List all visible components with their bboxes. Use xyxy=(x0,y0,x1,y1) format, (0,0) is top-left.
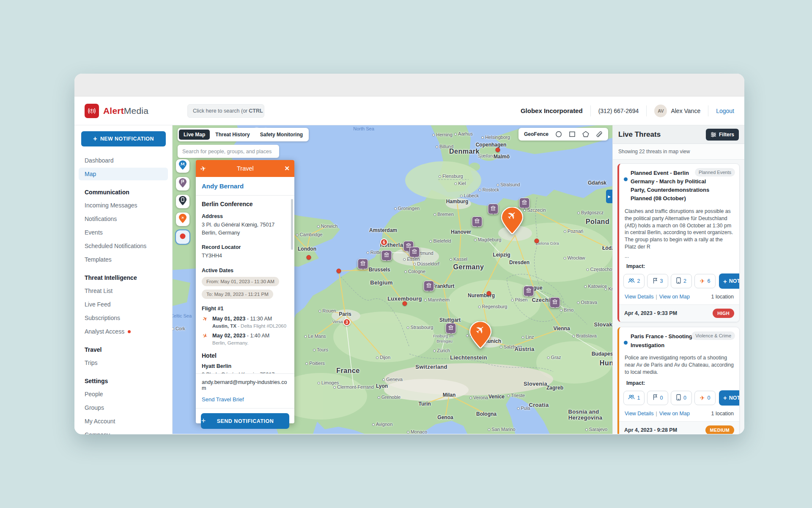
travel-pin-tool[interactable]: ✈ xyxy=(176,213,189,226)
window-chrome-strip xyxy=(74,74,744,97)
sidebar-item-subscriptions[interactable]: Subscriptions xyxy=(79,312,168,324)
send-travel-brief-link[interactable]: Send Travel Brief xyxy=(202,396,288,403)
hotel-address: 3 Pl. du Général Kœnig, 75017 xyxy=(202,371,288,373)
office-location-pin[interactable] xyxy=(409,247,420,257)
impact-chip-phone[interactable]: 2 xyxy=(671,274,692,288)
plane-icon: ✈ xyxy=(700,395,705,401)
office-location-pin[interactable] xyxy=(424,281,434,291)
office-location-pin[interactable] xyxy=(488,204,499,214)
filters-button[interactable]: Filters xyxy=(706,129,739,141)
impact-chip-flag[interactable]: 0 xyxy=(647,391,668,405)
sidebar-item-groups[interactable]: Groups xyxy=(79,401,168,414)
building-icon xyxy=(448,325,454,332)
sidebar-item-company[interactable]: Company xyxy=(79,428,168,434)
polygon-draw-icon[interactable] xyxy=(582,131,589,138)
tab-live-map[interactable]: Live Map xyxy=(179,130,210,140)
tab-threat-history[interactable]: Threat History xyxy=(211,130,254,140)
tab-safety-monitoring[interactable]: Safety Monitoring xyxy=(255,130,307,140)
impact-chip-flag[interactable]: 3 xyxy=(647,274,668,288)
threat-card[interactable]: Paris France - Shooting InvestigationVio… xyxy=(617,327,740,434)
travel-details-scroll[interactable]: Berlin Conference Address 3 Pl. du Génér… xyxy=(196,196,294,373)
threat-marker[interactable] xyxy=(403,301,407,306)
address-line1: 3 Pl. du Général Kœnig, 75017 xyxy=(202,221,288,229)
office-location-pin[interactable] xyxy=(446,323,456,334)
sidebar-item-threat-list[interactable]: Threat List xyxy=(79,284,168,297)
rectangle-draw-icon[interactable] xyxy=(569,131,576,138)
office-location-pin[interactable] xyxy=(472,216,483,227)
traveler-location-pin[interactable]: ✈ xyxy=(501,207,523,234)
phone-pin-tool[interactable] xyxy=(176,195,189,208)
sidebar-item-live-feed[interactable]: Live Feed xyxy=(79,298,168,311)
sidebar-item-analyst-access[interactable]: Analyst Access xyxy=(79,325,168,338)
sidebar-item-my-account[interactable]: My Account xyxy=(79,415,168,428)
threat-card[interactable]: Planned Event - Berlin Germany - March b… xyxy=(617,163,740,322)
panel-collapse-arrow[interactable]: ▶ xyxy=(606,190,612,203)
sidebar-item-map[interactable]: Map xyxy=(79,168,168,180)
notify-button[interactable]: +NOTIFY xyxy=(719,273,740,289)
unread-dot xyxy=(624,341,628,345)
building-icon xyxy=(521,199,528,207)
travel-popup-header: ✈ Travel ✕ xyxy=(196,160,294,177)
notify-button[interactable]: +NOTIFY xyxy=(719,390,740,406)
unread-dot xyxy=(624,177,628,181)
threat-marker[interactable] xyxy=(535,239,539,243)
impact-chip-people[interactable]: 2 xyxy=(623,274,645,288)
measure-icon[interactable] xyxy=(596,131,603,138)
sidebar-item-trips[interactable]: Trips xyxy=(79,356,168,369)
send-notification-button[interactable]: + SEND NOTIFICATION xyxy=(201,413,289,429)
sidebar-item-scheduled-notifications[interactable]: Scheduled Notifications xyxy=(79,240,168,252)
map-canvas[interactable]: North SeaCeltic SeaDundeeNorwichCambridg… xyxy=(173,125,612,434)
map-search-input[interactable]: Search for people, groups, and places xyxy=(178,145,279,158)
office-location-pin[interactable] xyxy=(524,286,534,296)
view-details-link[interactable]: View Details xyxy=(625,294,654,300)
sidebar-item-notifications[interactable]: Notifications xyxy=(79,213,168,225)
threat-marker[interactable] xyxy=(496,148,500,152)
office-location-pin[interactable] xyxy=(358,259,368,269)
takeoff-icon: ✈ xyxy=(200,314,210,323)
impact-chip-travel[interactable]: ✈6 xyxy=(694,274,716,288)
travel-popup-title: Travel xyxy=(206,165,284,172)
brand-logo[interactable]: AlertMedia xyxy=(85,104,148,118)
user-menu[interactable]: AV Alex Vance xyxy=(654,105,700,117)
traveler-location-pin[interactable]: ✈ xyxy=(469,321,491,348)
threat-cluster-marker[interactable]: 3 xyxy=(343,318,351,326)
alertmedia-broadcast-icon xyxy=(85,104,99,118)
sidebar-item-incoming-messages[interactable]: Incoming Messages xyxy=(79,199,168,212)
close-icon[interactable]: ✕ xyxy=(284,165,290,172)
location-count: 1 location xyxy=(711,294,734,300)
threat-marker[interactable] xyxy=(307,255,311,260)
threat-category-badge: Violence & Crime xyxy=(691,331,735,340)
sidebar-item-events[interactable]: Events xyxy=(79,226,168,239)
logout-link[interactable]: Logout xyxy=(716,108,734,114)
threat-marker[interactable] xyxy=(487,291,491,296)
circle-draw-icon[interactable] xyxy=(555,131,562,138)
office-location-pin[interactable] xyxy=(550,297,560,308)
truncation-ellipsis: ... xyxy=(619,251,739,259)
view-on-map-link[interactable]: View on Map xyxy=(659,294,690,300)
new-notification-button[interactable]: + NEW NOTIFICATION xyxy=(81,131,166,146)
record-tool[interactable] xyxy=(176,230,189,244)
impact-chip-travel[interactable]: ✈0 xyxy=(694,391,716,405)
record-locator-label: Record Locator xyxy=(202,244,288,250)
threat-marker[interactable] xyxy=(337,269,341,273)
top-header: AlertMedia Click here to search (or CTRL… xyxy=(74,97,744,125)
sidebar-item-people[interactable]: People xyxy=(79,388,168,400)
sidebar-section-threat-intelligence: Threat Intelligence xyxy=(79,273,168,283)
impact-chip-people[interactable]: 1 xyxy=(623,391,645,405)
threat-cluster-marker[interactable]: 6 xyxy=(380,238,388,246)
sidebar-item-templates[interactable]: Templates xyxy=(79,253,168,266)
sidebar: + NEW NOTIFICATION DashboardMapCommunica… xyxy=(74,125,173,434)
people-pin-tool[interactable] xyxy=(176,159,189,173)
office-location-pin[interactable] xyxy=(381,250,392,261)
impact-chip-phone[interactable]: 0 xyxy=(671,391,692,405)
building-icon xyxy=(474,218,480,226)
view-on-map-link[interactable]: View on Map xyxy=(659,411,690,417)
flag-pin-tool[interactable] xyxy=(176,177,189,190)
traveler-name-link[interactable]: Andy Bernard xyxy=(196,177,294,196)
view-details-link[interactable]: View Details xyxy=(625,411,654,417)
scrollbar[interactable] xyxy=(291,199,293,250)
sidebar-item-dashboard[interactable]: Dashboard xyxy=(79,154,168,167)
threats-list[interactable]: Planned Event - Berlin Germany - March b… xyxy=(613,160,744,434)
flag-icon xyxy=(653,394,658,401)
global-search-input[interactable]: Click here to search (or CTRL + K) xyxy=(187,104,264,118)
